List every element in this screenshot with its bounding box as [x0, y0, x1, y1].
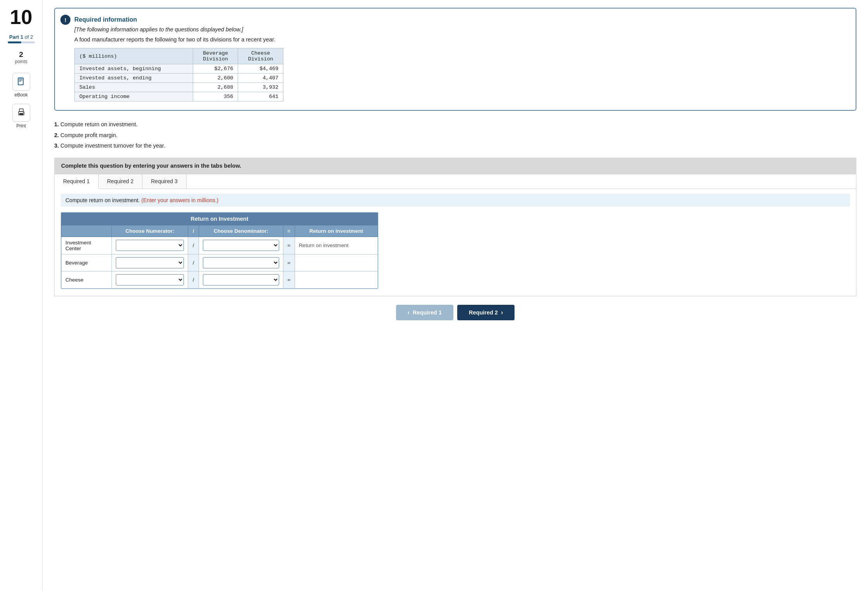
table-row: Invested assets, beginning $2,676 $4,469 [75, 64, 283, 74]
numerator-select-1[interactable] [116, 240, 184, 251]
col-header-label: ($ millions) [75, 48, 193, 64]
row-label-2: Invested assets, ending [75, 74, 193, 83]
col-slash-header: / [188, 225, 199, 237]
ebook-label: eBook [14, 92, 27, 98]
roi-row3-label: Cheese [62, 271, 112, 288]
part-indicator: Part 1 of 2 [9, 34, 33, 40]
roi-row3-denominator[interactable] [199, 271, 283, 288]
roi-row3-slash: / [188, 271, 199, 288]
info-box: ! Required information [The following in… [54, 8, 856, 111]
row-val-che-3: 3,932 [238, 83, 283, 92]
question-number: 10 [10, 7, 33, 27]
points-value: 2 [19, 50, 23, 59]
roi-row3-equals: = [283, 271, 295, 288]
roi-row1-numerator[interactable] [112, 237, 188, 254]
roi-row1-result: Return on investment [295, 237, 377, 254]
points-label: points [15, 59, 27, 64]
tab-required1[interactable]: Required 1 [55, 174, 99, 189]
part-bold: Part 1 [9, 34, 23, 40]
roi-row2-denominator[interactable] [199, 254, 283, 271]
progress-bar-wrap [8, 41, 35, 43]
ebook-icon-box [12, 73, 30, 91]
col-numerator-header: Choose Numerator: [112, 225, 188, 237]
roi-row3-result [295, 271, 377, 288]
next-button[interactable]: Required 2 › [457, 305, 515, 320]
tab1-content: Compute return on investment. (Enter you… [55, 189, 856, 296]
row-val-che-2: 4,407 [238, 74, 283, 83]
table-row: Invested assets, ending 2,600 4,407 [75, 74, 283, 83]
row-label-4: Operating income [75, 92, 193, 101]
roi-row2-numerator[interactable] [112, 254, 188, 271]
col-result-header: Return on Investment [295, 225, 377, 237]
col-header-cheese: CheeseDivision [238, 48, 283, 64]
table-row: Sales 2,688 3,932 [75, 83, 283, 92]
complete-bar: Complete this question by entering your … [54, 158, 856, 174]
col-equals-header: = [283, 225, 295, 237]
roi-row-2: Beverage / [62, 254, 378, 271]
print-icon-box [12, 104, 30, 122]
sidebar: 10 Part 1 of 2 2 points eBook [0, 0, 43, 591]
svg-rect-6 [19, 113, 23, 115]
tabs-wrapper: Required 1 Required 2 Required 3 Compute… [54, 174, 856, 296]
row-val-bev-2: 2,600 [193, 74, 238, 83]
svg-point-7 [23, 112, 24, 113]
denominator-select-2[interactable] [203, 257, 279, 268]
print-label: Print [16, 123, 26, 129]
roi-row2-label: Beverage [62, 254, 112, 271]
instruction-2: 2. Compute profit margin. [54, 130, 856, 141]
complete-bar-text: Complete this question by entering your … [61, 163, 241, 169]
info-box-italic: [The following information applies to th… [74, 26, 846, 33]
tab-instruction: Compute return on investment. (Enter you… [61, 194, 850, 207]
roi-row1-label: Investment Center [62, 237, 112, 254]
page-wrapper: 10 Part 1 of 2 2 points eBook [0, 0, 868, 591]
denominator-select-1[interactable] [203, 240, 279, 251]
prev-button[interactable]: ‹ Required 1 [396, 305, 453, 320]
svg-rect-5 [19, 109, 23, 112]
next-label: Required 2 [469, 309, 498, 316]
denominator-select-3[interactable] [203, 274, 279, 285]
roi-row1-slash: / [188, 237, 199, 254]
col-investment-center [62, 225, 112, 237]
roi-row-3: Cheese / [62, 271, 378, 288]
roi-row3-numerator[interactable] [112, 271, 188, 288]
svg-rect-2 [19, 80, 22, 81]
data-table: ($ millions) BeverageDivision CheeseDivi… [74, 48, 283, 101]
row-label-1: Invested assets, beginning [75, 64, 193, 74]
col-denominator-header: Choose Denominator: [199, 225, 283, 237]
tab-instruction-orange: (Enter your answers in millions.) [141, 197, 218, 203]
info-icon: ! [60, 15, 70, 25]
ebook-icon [17, 77, 26, 86]
numerator-select-3[interactable] [116, 274, 184, 285]
roi-row1-denominator[interactable] [199, 237, 283, 254]
roi-row-1: Investment Center / [62, 237, 378, 254]
roi-row2-equals: = [283, 254, 295, 271]
part-rest: of 2 [25, 34, 33, 40]
print-button[interactable]: Print [12, 104, 30, 129]
prev-arrow: ‹ [408, 309, 410, 316]
row-val-bev-4: 356 [193, 92, 238, 101]
print-icon [17, 108, 26, 117]
tab-required3[interactable]: Required 3 [142, 174, 187, 189]
svg-rect-1 [19, 79, 22, 79]
instructions: 1. Compute return on investment. 2. Comp… [54, 119, 856, 151]
ebook-button[interactable]: eBook [12, 73, 30, 98]
numerator-select-2[interactable] [116, 257, 184, 268]
roi-row2-result [295, 254, 377, 271]
row-label-3: Sales [75, 83, 193, 92]
roi-row1-equals: = [283, 237, 295, 254]
main-content: ! Required information [The following in… [43, 0, 868, 591]
next-arrow: › [501, 309, 503, 316]
bottom-nav: ‹ Required 1 Required 2 › [54, 305, 856, 320]
row-val-che-1: $4,469 [238, 64, 283, 74]
col-header-beverage: BeverageDivision [193, 48, 238, 64]
roi-table-wrapper: Return on Investment Choose Numerator: /… [61, 212, 378, 289]
table-row: Operating income 356 641 [75, 92, 283, 101]
info-box-title: Required information [74, 16, 846, 23]
tab-required2[interactable]: Required 2 [99, 174, 143, 189]
tabs-header: Required 1 Required 2 Required 3 [55, 174, 856, 189]
tab-instruction-text: Compute return on investment. [65, 197, 140, 203]
prev-label: Required 1 [413, 309, 442, 316]
info-box-body: A food manufacturer reports the followin… [74, 36, 846, 43]
row-val-che-4: 641 [238, 92, 283, 101]
roi-row2-slash: / [188, 254, 199, 271]
